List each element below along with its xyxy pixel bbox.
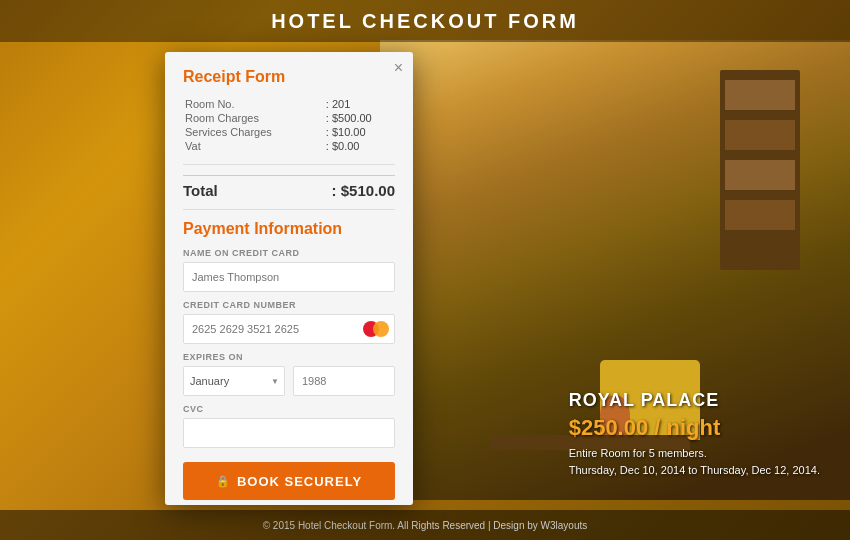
book-button-label: BOOK SECURELY [237,474,362,489]
mastercard-icon [363,321,389,337]
receipt-room-charges-label: Room Charges [185,112,324,124]
receipt-table: Room No. : 201 Room Charges : $500.00 Se… [183,96,395,154]
footer-text: © 2015 Hotel Checkout Form. All Rights R… [263,520,588,531]
receipt-room-no-value: : 201 [326,98,393,110]
receipt-room-no-row: Room No. : 201 [185,98,393,110]
footer: © 2015 Hotel Checkout Form. All Rights R… [0,510,850,540]
checkout-modal: × Receipt Form Room No. : 201 Room Charg… [165,52,413,505]
lock-icon: 🔒 [216,475,231,488]
modal-inner: Receipt Form Room No. : 201 Room Charges… [165,52,413,505]
month-select[interactable]: January February March April May June Ju… [183,366,285,396]
hotel-name: ROYAL PALACE [569,390,820,411]
receipt-section-title: Receipt Form [183,68,395,86]
receipt-room-charges-value: : $500.00 [326,112,393,124]
year-input-wrapper [293,366,395,396]
receipt-total-row: Total : $510.00 [183,175,395,199]
month-select-wrapper: January February March April May June Ju… [183,366,285,396]
hotel-details: Entire Room for 5 members. Thursday, Dec… [569,445,820,480]
receipt-vat-label: Vat [185,140,324,152]
page-title: HOTEL CHECKOUT FORM [271,10,579,33]
receipt-room-no-label: Room No. [185,98,324,110]
receipt-room-charges-row: Room Charges : $500.00 [185,112,393,124]
hotel-price: $250.00 / night [569,415,820,441]
credit-card-wrapper [183,314,395,344]
receipt-services-label: Services Charges [185,126,324,138]
receipt-total-value: : $510.00 [332,182,395,199]
expires-field-label: EXPIRES ON [183,352,395,362]
hotel-info-panel: ROYAL PALACE $250.00 / night Entire Room… [569,390,820,480]
receipt-services-value: : $10.00 [326,126,393,138]
hotel-details-line1: Entire Room for 5 members. [569,445,820,463]
receipt-vat-row: Vat : $0.00 [185,140,393,152]
cvc-field-label: CVC [183,404,395,414]
receipt-total-label: Total [183,182,218,199]
payment-section-title: Payment Information [183,220,395,238]
name-on-card-input[interactable] [183,262,395,292]
name-field-label: NAME ON CREDIT CARD [183,248,395,258]
receipt-services-row: Services Charges : $10.00 [185,126,393,138]
cvc-input[interactable] [183,418,395,448]
page-title-bar: HOTEL CHECKOUT FORM [0,0,850,42]
modal-close-button[interactable]: × [394,60,403,76]
receipt-divider [183,164,395,165]
receipt-vat-value: : $0.00 [326,140,393,152]
payment-divider [183,209,395,210]
card-number-field-label: CREDIT CARD NUMBER [183,300,395,310]
expires-row: January February March April May June Ju… [183,366,395,396]
year-input[interactable] [293,366,395,396]
hotel-details-line2: Thursday, Dec 10, 2014 to Thursday, Dec … [569,462,820,480]
mc-right-circle [373,321,389,337]
room-bookcase [720,70,800,270]
book-securely-button[interactable]: 🔒 BOOK SECURELY [183,462,395,500]
